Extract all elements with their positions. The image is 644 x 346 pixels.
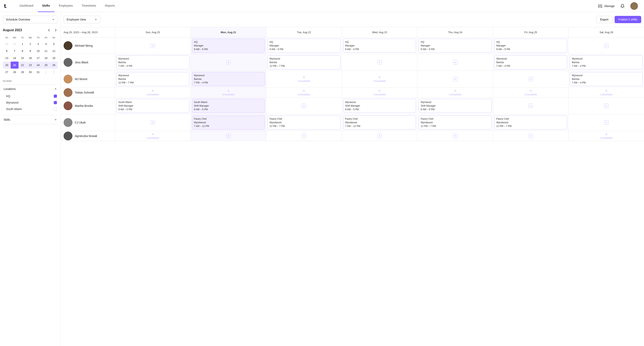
locations-filter-toggle[interactable]: Locations	[3, 87, 58, 90]
calendar-day[interactable]: 10	[34, 47, 42, 54]
location-checkbox[interactable]	[54, 101, 57, 104]
calendar-day[interactable]: 31	[34, 69, 42, 76]
shift-card[interactable]: Pastry ChefWyndwood12 PM – 7 PM	[268, 115, 340, 130]
shift-card[interactable]: WynwoodBarista7 AM – 4 PM	[494, 55, 567, 69]
shift-card[interactable]: Pastry ChefWyndwood12 PM – 7 PM	[418, 115, 492, 130]
calendar-day[interactable]: 4	[42, 40, 50, 47]
calendar-prev-icon[interactable]	[47, 28, 51, 32]
calendar-day[interactable]: 13	[3, 54, 11, 61]
add-shift-button[interactable]	[226, 134, 231, 138]
calendar-day[interactable]: 29	[18, 69, 26, 76]
add-shift-button[interactable]	[604, 120, 608, 125]
add-shift-button[interactable]	[453, 134, 458, 138]
shift-card[interactable]: WynwoodBarista12 PM – 7 PM	[116, 72, 190, 86]
employee-cell[interactable]: Agnieszka Nowak	[61, 131, 115, 141]
employee-cell[interactable]: CJ Ukah	[61, 114, 115, 131]
logo[interactable]: t.	[4, 3, 7, 9]
calendar-day[interactable]: 1	[42, 69, 50, 76]
employee-cell[interactable]: Tobias Schmidt	[61, 87, 115, 97]
add-shift-button[interactable]	[453, 77, 458, 81]
add-shift-button[interactable]	[377, 134, 382, 138]
location-checkbox[interactable]	[54, 94, 57, 98]
schedule-overview-dropdown[interactable]: Schedule Overview	[3, 16, 58, 23]
calendar-day[interactable]: 2	[26, 40, 34, 47]
calendar-day[interactable]: 2	[50, 69, 58, 76]
location-filter-item[interactable]: HQ	[3, 93, 58, 99]
shift-card[interactable]: HQManager9 AM – 5 PM	[268, 39, 340, 53]
shift-card[interactable]: Pastry ChefWyndwood12 PM – 7 PM	[494, 115, 567, 130]
employee-cell[interactable]: Michael Wong	[61, 37, 115, 54]
add-shift-button[interactable]	[226, 60, 231, 64]
calendar-day[interactable]: 11	[42, 47, 50, 54]
add-shift-button[interactable]	[453, 60, 458, 64]
add-shift-button[interactable]	[528, 77, 533, 81]
add-shift-button[interactable]	[150, 120, 155, 125]
calendar-day[interactable]: 12	[50, 47, 58, 54]
shift-card[interactable]: HQManager9 AM – 5 PM	[494, 39, 567, 53]
calendar-day[interactable]: 31	[11, 40, 18, 47]
location-filter-item[interactable]: Wynwood	[3, 99, 58, 106]
nav-link-dashboard[interactable]: Dashboard	[15, 0, 38, 12]
location-filter-item[interactable]: South Miami	[3, 106, 58, 112]
shift-card[interactable]: WynwoodBarista7 AM – 4 PM	[116, 55, 190, 69]
calendar-day[interactable]: 8	[18, 47, 26, 54]
shift-card[interactable]: South MiamiShift Manager9 AM – 5 PM	[192, 99, 265, 113]
nav-link-shifts[interactable]: Shifts	[38, 0, 54, 12]
employee-cell[interactable]: Jess Black	[61, 54, 115, 71]
calendar-day[interactable]: 9	[26, 47, 34, 54]
calendar-day[interactable]: 5	[50, 40, 58, 47]
calendar-day[interactable]: 18	[42, 54, 50, 61]
shift-card[interactable]: HQManager9 AM – 5 PM	[418, 39, 492, 53]
calendar-day[interactable]: 20	[3, 61, 11, 69]
shift-card[interactable]: HQManager9 AM – 5 PM	[343, 39, 416, 53]
calendar-day[interactable]: 7	[11, 47, 18, 54]
nav-link-reports[interactable]: Reports	[100, 0, 119, 12]
calendar-day[interactable]: 27	[3, 69, 11, 76]
shift-card[interactable]: WynwoodBarista7 AM – 4 PM	[570, 72, 643, 86]
shift-card[interactable]: WynwoodBarista12 PM – 7 PM	[268, 55, 340, 69]
add-shift-button[interactable]	[528, 104, 533, 108]
shift-card[interactable]: Pastry ChefWyndwood7 AM – 12 PM	[343, 115, 416, 130]
employee-cell[interactable]: MJ Moore	[61, 71, 115, 87]
publish-button[interactable]: Publish 2 shifts	[614, 16, 641, 23]
calendar-day[interactable]: 24	[34, 61, 42, 69]
employee-cell[interactable]: Martha Brooks	[61, 98, 115, 114]
shift-card[interactable]: WynwoodShift Manager9 AM – 5 PM	[343, 99, 416, 113]
shift-card[interactable]: WynwoodBarista7 PM – 4 PM	[192, 72, 265, 86]
calendar-next-icon[interactable]	[54, 28, 58, 32]
shift-card[interactable]: HQManager9 AM – 5 PM	[192, 39, 265, 53]
calendar-day[interactable]: 23	[26, 61, 34, 69]
calendar-day[interactable]: 30	[3, 40, 11, 47]
location-checkbox[interactable]	[54, 107, 57, 111]
add-shift-button[interactable]	[528, 134, 533, 138]
export-button[interactable]: Export	[596, 16, 612, 23]
bell-icon[interactable]	[620, 4, 625, 8]
calendar-day[interactable]: 25	[42, 61, 50, 69]
add-shift-button[interactable]	[302, 134, 306, 138]
calendar-day[interactable]: 3	[34, 40, 42, 47]
calendar-day[interactable]: 26	[50, 61, 58, 69]
shift-card[interactable]: WynwoodShift Manager9 AM – 5 PM	[418, 99, 492, 113]
shift-card[interactable]: WynwoodBarista7 AM – 4 PM	[570, 55, 643, 69]
calendar-day[interactable]: 6	[3, 47, 11, 54]
nav-link-timesheets[interactable]: Timesheets	[77, 0, 100, 12]
calendar-day[interactable]: 1	[18, 40, 26, 47]
calendar-day[interactable]: 21	[11, 61, 18, 69]
manage-button[interactable]: Manage	[598, 4, 614, 8]
calendar-day[interactable]: 22	[18, 61, 26, 69]
add-shift-button[interactable]	[377, 60, 382, 64]
calendar-day[interactable]: 30	[26, 69, 34, 76]
calendar-day[interactable]: 15	[18, 54, 26, 61]
shift-card[interactable]: Pastry ChefWyndwood7 AM – 12 PM	[192, 115, 265, 130]
nav-link-employees[interactable]: Employees	[54, 0, 77, 12]
shift-card[interactable]: South MiamiShift Manager9 AM – 5 PM	[116, 99, 190, 113]
calendar-day[interactable]: 14	[11, 54, 18, 61]
user-avatar[interactable]	[630, 2, 638, 10]
skills-filter-toggle[interactable]: Skills	[3, 118, 58, 121]
calendar-day[interactable]: 19	[50, 54, 58, 61]
add-shift-button[interactable]	[302, 104, 306, 108]
add-shift-button[interactable]	[604, 104, 608, 108]
add-shift-button[interactable]	[150, 43, 155, 48]
calendar-day[interactable]: 16	[26, 54, 34, 61]
add-shift-button[interactable]	[604, 43, 608, 48]
